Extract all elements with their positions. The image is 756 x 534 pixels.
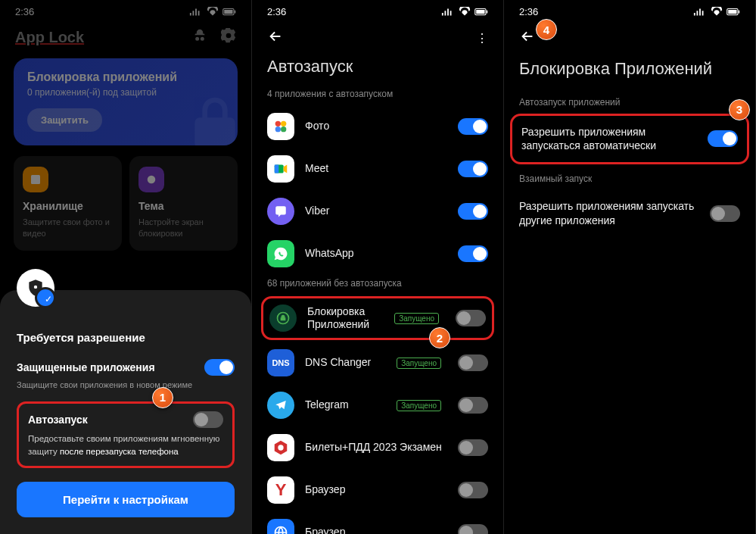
protected-apps-toggle[interactable] xyxy=(204,359,235,376)
gear-icon[interactable] xyxy=(221,28,236,46)
subhead-disabled: 68 приложений без автозапуска xyxy=(252,275,503,295)
svg-rect-8 xyxy=(487,10,488,13)
badge-4: 4 xyxy=(536,19,557,40)
running-badge: Запущено xyxy=(397,358,441,369)
running-badge: Запущено xyxy=(397,400,441,411)
svg-rect-20 xyxy=(739,10,740,13)
applock-icon xyxy=(269,304,297,332)
svg-point-16 xyxy=(278,445,283,450)
running-badge: Запущено xyxy=(394,313,439,324)
status-bar: 2:36 xyxy=(504,0,755,22)
allow-launch-others-row[interactable]: Разрешить приложениям запускать другие п… xyxy=(504,190,755,237)
allow-launch-others-toggle[interactable] xyxy=(710,205,740,222)
app-row-browser-y[interactable]: Y Браузер xyxy=(252,469,503,511)
status-bar: 2:36 xyxy=(252,0,503,22)
yandex-icon: Y xyxy=(267,476,294,504)
status-bar: 2:36 xyxy=(0,0,251,22)
autostart-label: Автозапуск xyxy=(28,414,88,426)
viber-icon xyxy=(267,198,294,225)
svg-rect-3 xyxy=(31,175,40,184)
dns-icon: DNS xyxy=(267,349,294,376)
app-row-photos[interactable]: Фото xyxy=(252,105,503,148)
subhead-autostart: Автозапуск приложений xyxy=(504,94,755,114)
svg-rect-7 xyxy=(476,10,484,14)
app-row-whatsapp[interactable]: WhatsApp xyxy=(252,233,503,275)
more-icon[interactable]: ⋮ xyxy=(476,31,488,45)
page-title: Автозапуск xyxy=(252,54,503,86)
status-icons xyxy=(693,7,740,17)
page-title: Блокировка Приложений xyxy=(504,54,755,94)
status-time: 2:36 xyxy=(267,6,286,17)
svg-point-10 xyxy=(281,121,286,126)
incognito-icon[interactable] xyxy=(192,28,207,46)
tile-desc: Настройте экран блокировки xyxy=(138,217,229,240)
pdd-icon xyxy=(267,434,294,461)
status-icons xyxy=(189,7,236,17)
app-row-pdd[interactable]: Билеты+ПДД 2023 Экзамен xyxy=(252,426,503,469)
svg-rect-1 xyxy=(224,10,232,14)
toggle[interactable] xyxy=(458,245,488,262)
allow-autostart-toggle[interactable] xyxy=(708,130,738,147)
app-title: App Lock xyxy=(15,29,84,46)
toggle[interactable] xyxy=(458,439,488,456)
autostart-toggle[interactable] xyxy=(193,411,223,428)
allow-autostart-row[interactable]: Разрешить приложениям запускаться автома… xyxy=(520,119,739,160)
status-icons xyxy=(441,7,488,17)
subhead-enabled: 4 приложения с автозапуском xyxy=(252,86,503,105)
check-icon: ✓ xyxy=(45,294,52,304)
whatsapp-icon xyxy=(267,240,294,267)
toggle[interactable] xyxy=(458,524,488,534)
protected-apps-label: Защищенные приложения xyxy=(17,361,155,373)
app-row-telegram[interactable]: Telegram Запущено xyxy=(252,384,503,426)
toggle[interactable] xyxy=(458,397,488,414)
back-button[interactable] xyxy=(519,28,536,48)
svg-rect-14 xyxy=(275,165,279,173)
toggle[interactable] xyxy=(456,310,486,326)
protected-apps-desc: Защищите свои приложения в новом режиме xyxy=(17,380,235,389)
status-time: 2:36 xyxy=(15,6,34,17)
tile-theme[interactable]: Тема Настройте экран блокировки xyxy=(129,156,238,251)
badge-2: 2 xyxy=(429,327,450,348)
telegram-icon xyxy=(267,392,294,419)
app-row-dns[interactable]: DNS DNS Changer Запущено xyxy=(252,342,503,384)
tile-storage[interactable]: Хранилище Защитите свои фото и видео xyxy=(14,156,122,251)
app-row-browser[interactable]: Браузер xyxy=(252,511,503,534)
subhead-mutual: Взаимный запуск xyxy=(504,170,755,190)
permission-sheet: ✓ Требуется разрешение Защищенные прилож… xyxy=(0,290,251,535)
tile-title: Тема xyxy=(138,200,229,212)
toggle[interactable] xyxy=(458,203,488,220)
badge-1: 1 xyxy=(152,387,173,408)
screen-autostart: 2:36 ⋮ Автозапуск 4 приложения с автозап… xyxy=(252,0,504,534)
screen-app-lock-settings: 2:36 4 Блокировка Приложений Автозапуск … xyxy=(504,0,756,534)
go-to-settings-button[interactable]: Перейти к настройкам xyxy=(17,482,235,517)
tile-desc: Защитите свои фото и видео xyxy=(23,217,113,240)
autostart-highlight: 1 Автозапуск Предоставьте своим приложен… xyxy=(17,401,235,469)
svg-point-12 xyxy=(275,126,281,132)
svg-point-4 xyxy=(148,176,156,184)
app-lock-highlight: 2 Блокировка Приложений Запущено xyxy=(261,296,494,340)
screen-app-lock: 2:36 App Lock Блокировка приложений 0 пр… xyxy=(0,0,252,534)
meet-icon xyxy=(267,155,294,183)
app-row-viber[interactable]: Viber xyxy=(252,190,503,233)
svg-rect-2 xyxy=(235,10,236,13)
sheet-heading: Требуется разрешение xyxy=(17,331,235,344)
svg-point-9 xyxy=(275,121,281,126)
svg-point-11 xyxy=(281,126,286,132)
svg-rect-19 xyxy=(728,10,736,14)
svg-point-5 xyxy=(34,285,37,288)
app-row-applock[interactable]: Блокировка Приложений Запущено xyxy=(269,303,486,333)
promo-heading: Блокировка приложений xyxy=(27,70,224,84)
back-button[interactable] xyxy=(267,28,284,48)
toggle[interactable] xyxy=(458,161,488,177)
allow-autostart-highlight: 3 Разрешить приложениям запускаться авто… xyxy=(510,114,749,165)
photos-icon xyxy=(267,113,294,140)
tile-title: Хранилище xyxy=(23,200,113,212)
badge-3: 3 xyxy=(729,99,750,120)
status-time: 2:36 xyxy=(519,6,538,17)
toggle[interactable] xyxy=(458,354,488,371)
shield-icon: ✓ xyxy=(17,269,54,307)
toggle[interactable] xyxy=(458,118,488,135)
toggle[interactable] xyxy=(458,482,488,498)
protect-button[interactable]: Защитить xyxy=(27,108,102,132)
app-row-meet[interactable]: Meet xyxy=(252,148,503,190)
